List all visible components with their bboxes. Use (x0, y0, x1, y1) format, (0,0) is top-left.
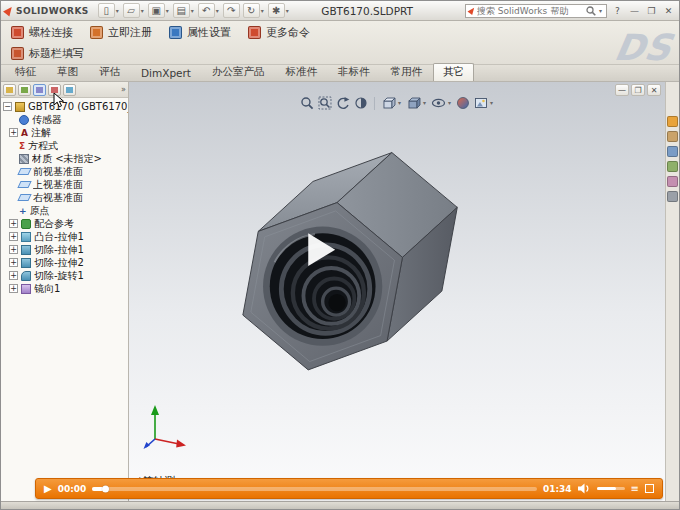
graphics-viewport[interactable]: — ❐ ✕ ▾ (129, 82, 665, 501)
custom-properties-icon[interactable] (667, 191, 678, 202)
doc-close-icon[interactable]: ✕ (647, 84, 661, 96)
chevron-down-icon[interactable]: ▾ (115, 8, 120, 14)
doc-restore-icon[interactable]: ❐ (631, 84, 645, 96)
collapse-icon[interactable]: − (3, 102, 12, 111)
edit-appearance-icon[interactable] (456, 96, 470, 110)
tab-office-products[interactable]: 办公室产品 (202, 63, 275, 81)
tab-dimxpert[interactable]: DimXpert (131, 65, 201, 81)
options-icon[interactable]: ✱ (268, 3, 285, 18)
save-icon[interactable]: ▣ (148, 3, 165, 18)
file-explorer-icon[interactable] (667, 146, 678, 157)
chevron-down-icon[interactable]: ▾ (140, 8, 145, 14)
expand-icon[interactable]: + (9, 245, 18, 254)
volume-slider[interactable] (597, 487, 625, 490)
chevron-down-icon[interactable]: ▾ (165, 8, 170, 14)
tree-item-material[interactable]: 材质 <未指定> (1, 152, 128, 165)
rebuild-icon[interactable]: ↻ (243, 3, 260, 18)
new-document-icon[interactable]: ▯ (98, 3, 115, 18)
tree-item-top-plane[interactable]: 上视基准面 (1, 178, 128, 191)
hide-show-items-icon[interactable]: ▾ (431, 96, 452, 110)
expand-icon[interactable]: + (9, 271, 18, 280)
zoom-fit-icon[interactable] (300, 96, 314, 110)
ribbon-titleblock-fill-button[interactable]: 标题栏填写 (5, 44, 93, 63)
play-button[interactable]: ▶ (44, 484, 52, 494)
ribbon-more-commands-button[interactable]: 更多命令 (242, 23, 319, 42)
progress-knob[interactable] (102, 485, 109, 492)
chevron-down-icon[interactable]: ▾ (489, 100, 494, 106)
chevron-down-icon[interactable]: ▾ (447, 100, 452, 106)
tab-other[interactable]: 其它 (433, 63, 474, 81)
register-icon (90, 26, 103, 39)
tab-common-parts[interactable]: 常用件 (380, 63, 432, 81)
tab-standard-parts[interactable]: 标准件 (275, 63, 327, 81)
doc-minimize-icon[interactable]: — (615, 84, 629, 96)
tree-item-right-plane[interactable]: 右视基准面 (1, 191, 128, 204)
chevron-down-icon[interactable]: ▾ (285, 8, 290, 14)
display-style-icon[interactable]: ▾ (406, 96, 427, 110)
tree-item-mate-reference[interactable]: + 配合参考 (1, 217, 128, 230)
property-manager-tab-icon[interactable] (18, 84, 31, 96)
tree-item-front-plane[interactable]: 前视基准面 (1, 165, 128, 178)
appearances-icon[interactable] (667, 176, 678, 187)
volume-icon[interactable] (578, 483, 591, 494)
tab-evaluate[interactable]: 评估 (89, 63, 130, 81)
tree-item-sensors[interactable]: 传感器 (1, 113, 128, 126)
tree-item-equations[interactable]: Σ 方程式 (1, 139, 128, 152)
panel-overflow-icon[interactable]: » (121, 85, 126, 94)
design-library-icon[interactable] (667, 131, 678, 142)
fullscreen-icon[interactable] (645, 484, 654, 493)
view-palette-icon[interactable] (667, 161, 678, 172)
chevron-down-icon[interactable]: ▾ (422, 100, 427, 106)
player-menu-icon[interactable]: ≡ (631, 484, 639, 494)
tree-item-cut-extrude2[interactable]: + 切除-拉伸2 (1, 256, 128, 269)
help-icon[interactable]: ? (611, 6, 624, 16)
configuration-manager-tab-icon[interactable] (33, 84, 46, 96)
open-icon[interactable]: ▱ (123, 3, 140, 18)
search-scope-chevron-icon[interactable]: ▾ (598, 8, 603, 14)
expand-icon[interactable]: + (9, 128, 18, 137)
expand-icon[interactable]: + (9, 219, 18, 228)
chevron-down-icon[interactable]: ▾ (397, 100, 402, 106)
undo-icon[interactable]: ↶ (198, 3, 215, 18)
restore-icon[interactable]: ❐ (645, 6, 658, 16)
plane-icon (17, 194, 31, 201)
search-input[interactable] (477, 6, 584, 16)
display-manager-tab-icon[interactable] (63, 84, 76, 96)
previous-view-icon[interactable] (336, 96, 350, 110)
help-search-box[interactable]: ▾ (465, 4, 607, 18)
tree-item-boss-extrude1[interactable]: + 凸台-拉伸1 (1, 230, 128, 243)
minimize-icon[interactable]: — (628, 6, 641, 16)
tab-features[interactable]: 特征 (5, 63, 46, 81)
solidworks-resources-icon[interactable] (667, 116, 678, 127)
tab-sketch[interactable]: 草图 (47, 63, 88, 81)
chevron-down-icon[interactable]: ▾ (260, 8, 265, 14)
main-area: » − GBT6170 (GBT6170_M12_B<<默 传感器 + A 注解 (1, 82, 679, 501)
tab-nonstandard-parts[interactable]: 非标件 (328, 63, 380, 81)
expand-icon[interactable]: + (9, 232, 18, 241)
chevron-down-icon[interactable]: ▾ (190, 8, 195, 14)
expand-icon[interactable]: + (9, 258, 18, 267)
apply-scene-icon[interactable]: ▾ (474, 96, 494, 110)
ribbon-property-settings-button[interactable]: 属性设置 (163, 23, 240, 42)
expand-icon[interactable]: + (9, 284, 18, 293)
hex-nut-model[interactable] (209, 142, 469, 392)
tree-item-cut-revolve1[interactable]: + 切除-旋转1 (1, 269, 128, 282)
section-view-icon[interactable] (354, 96, 368, 110)
close-icon[interactable]: ✕ (662, 6, 675, 16)
zoom-area-icon[interactable] (318, 96, 332, 110)
search-icon[interactable] (586, 6, 596, 16)
view-orientation-icon[interactable]: ▾ (381, 96, 402, 110)
print-icon[interactable]: ▤ (173, 3, 190, 18)
dimxpert-manager-tab-icon[interactable] (48, 84, 61, 96)
chevron-down-icon[interactable]: ▾ (215, 8, 220, 14)
tree-item-origin[interactable]: + 原点 (1, 204, 128, 217)
ribbon-register-button[interactable]: 立即注册 (84, 23, 161, 42)
tree-item-annotations[interactable]: + A 注解 (1, 126, 128, 139)
progress-bar[interactable] (92, 487, 537, 491)
tree-root-part[interactable]: − GBT6170 (GBT6170_M12_B<<默 (1, 100, 128, 113)
tree-item-mirror1[interactable]: + 镜向1 (1, 282, 128, 295)
feature-manager-tab-icon[interactable] (3, 84, 16, 96)
tree-item-cut-extrude1[interactable]: + 切除-拉伸1 (1, 243, 128, 256)
redo-icon[interactable]: ↷ (223, 3, 240, 18)
ribbon-bolt-connection-button[interactable]: 螺栓连接 (5, 23, 82, 42)
